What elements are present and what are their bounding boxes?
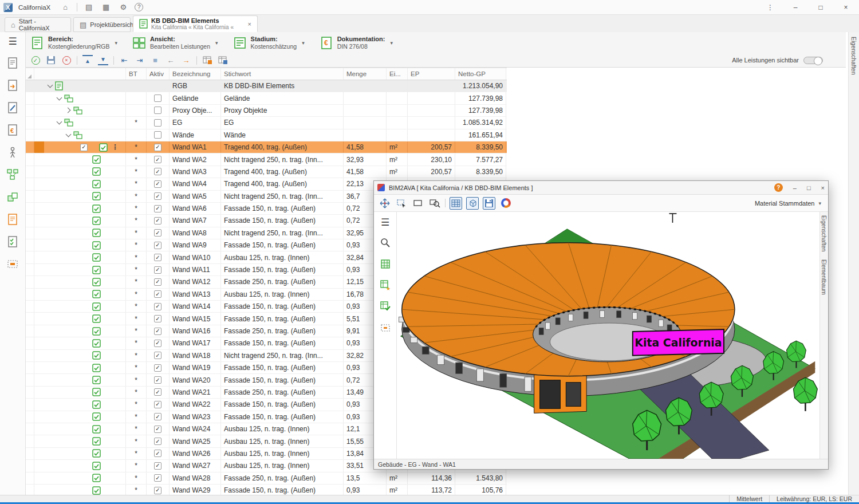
- tab-projektuebersicht[interactable]: ▤ Projektübersicht: [73, 17, 131, 32]
- overflow-menu-icon[interactable]: ⋮: [765, 3, 775, 11]
- outdent-button[interactable]: ⇤: [119, 55, 129, 65]
- zoom-window-button[interactable]: [428, 197, 441, 210]
- sidebar-report-icon[interactable]: [6, 212, 19, 226]
- rect-tool-button[interactable]: [412, 197, 424, 210]
- aktiv-checkbox[interactable]: [154, 450, 161, 457]
- chevron-down-icon[interactable]: ▾: [115, 40, 117, 46]
- bim-viewport[interactable]: Kita California: [397, 212, 819, 459]
- bim-help-icon[interactable]: ?: [774, 183, 783, 192]
- aktiv-checkbox[interactable]: [154, 168, 161, 175]
- sidebar-measure-icon[interactable]: [6, 101, 19, 115]
- bim-minimize-button[interactable]: –: [793, 184, 797, 191]
- material-stammdaten-label[interactable]: Material Stammdaten: [755, 200, 815, 207]
- aktiv-checkbox[interactable]: [154, 229, 161, 237]
- bim-building-star-icon[interactable]: ★: [379, 278, 392, 292]
- aktiv-checkbox[interactable]: [154, 217, 161, 225]
- row-menu-icon[interactable]: ⋮: [112, 143, 119, 151]
- table-row[interactable]: Proxy Obje...Proxy Objekte127.739,98: [26, 105, 507, 117]
- bim-hamburger-menu-icon[interactable]: ☰: [381, 216, 389, 229]
- move-top-button[interactable]: ▲: [82, 55, 93, 65]
- bim-building-check-icon[interactable]: [379, 300, 392, 313]
- aktiv-checkbox[interactable]: [154, 474, 161, 482]
- chevron-down-icon[interactable]: ▾: [818, 200, 821, 206]
- aktiv-checkbox[interactable]: [154, 119, 161, 127]
- bim-save-button[interactable]: [483, 197, 495, 210]
- pan-tool-button[interactable]: [379, 197, 391, 210]
- ribbon-ansicht[interactable]: Ansicht:Bearbeiten Leistungen ▾: [132, 36, 218, 50]
- settings-gear-icon[interactable]: ⚙: [117, 3, 129, 11]
- table-row[interactable]: *EGEG1.085.314,92: [26, 117, 507, 129]
- aktiv-checkbox[interactable]: [154, 192, 161, 200]
- column-header-einheit[interactable]: Ei...: [387, 68, 408, 80]
- aktiv-checkbox[interactable]: [154, 303, 161, 310]
- tab-close-icon[interactable]: ×: [248, 21, 251, 27]
- table-row[interactable]: WändeWände161.651,94: [26, 129, 507, 141]
- help-icon[interactable]: ?: [135, 3, 143, 11]
- sidebar-export-icon[interactable]: [6, 78, 19, 92]
- column-header-aktiv[interactable]: Aktiv: [147, 68, 170, 80]
- column-header-netto-gp[interactable]: Netto-GP: [455, 68, 506, 80]
- aktiv-checkbox[interactable]: [154, 352, 161, 359]
- aktiv-checkbox[interactable]: [154, 266, 161, 274]
- table-link-button[interactable]: [218, 55, 228, 65]
- panel-icon[interactable]: ▤: [83, 3, 94, 11]
- ribbon-bereich[interactable]: Bereich:Kostengliederung/RGB ▾: [30, 36, 117, 50]
- forward-button[interactable]: →: [181, 55, 191, 65]
- bim2ava-window[interactable]: BIM2AVA [ Kita California / KB DBD-BIM E…: [373, 180, 829, 470]
- table-sync-button[interactable]: [202, 55, 212, 65]
- aktiv-checkbox[interactable]: [154, 413, 161, 420]
- bim-3d-view[interactable]: Kita California: [397, 212, 819, 459]
- aktiv-checkbox[interactable]: [154, 254, 161, 261]
- expander-open-icon[interactable]: [64, 134, 72, 136]
- table-row[interactable]: GeländeGelände127.739,98: [26, 92, 507, 104]
- collapse-all-button[interactable]: ≡: [150, 55, 160, 65]
- sidebar-structure-icon[interactable]: [6, 168, 19, 182]
- ribbon-stadium[interactable]: Stadium:Kostenschätzung ▾: [233, 36, 305, 50]
- properties-side-strip[interactable]: Eigenschaften: [848, 32, 859, 495]
- move-bottom-button[interactable]: ▼: [98, 55, 108, 65]
- aktiv-checkbox[interactable]: [154, 156, 161, 163]
- sidebar-trades-icon[interactable]: [6, 145, 19, 159]
- aktiv-checkbox[interactable]: [154, 388, 161, 396]
- dbd-logo-icon[interactable]: [499, 197, 512, 210]
- indent-button[interactable]: ⇥: [135, 55, 145, 65]
- hamburger-menu-icon[interactable]: ☰: [8, 36, 17, 48]
- filter-triangle-icon[interactable]: [27, 74, 31, 78]
- expander-open-icon[interactable]: [55, 97, 63, 100]
- chevron-down-icon[interactable]: ▾: [215, 40, 218, 46]
- bim-layout-icon[interactable]: [379, 321, 392, 334]
- sidebar-lv-icon[interactable]: [6, 56, 19, 70]
- aktiv-checkbox[interactable]: [154, 487, 161, 494]
- expander-open-icon[interactable]: [55, 121, 63, 124]
- aktiv-checkbox[interactable]: [154, 401, 161, 408]
- bim-building-icon[interactable]: [379, 257, 392, 271]
- bim-window-titlebar[interactable]: BIM2AVA [ Kita California / KB DBD-BIM E…: [374, 181, 828, 195]
- home-icon[interactable]: ⌂: [60, 3, 71, 11]
- apply-button[interactable]: ✓: [30, 55, 41, 65]
- table-row[interactable]: *Wand WA3Tragend 400, trag. (Außen)41,58…: [26, 166, 507, 178]
- aktiv-checkbox[interactable]: [154, 180, 161, 188]
- column-header-bezeichnung[interactable]: Bezeichnung: [170, 68, 221, 80]
- table-row[interactable]: *Wand WA28Fassade 250, n. trag. (Außen)1…: [26, 472, 507, 485]
- minimize-button[interactable]: –: [790, 3, 801, 11]
- bim-maximize-button[interactable]: □: [807, 184, 811, 191]
- chevron-down-icon[interactable]: ▾: [302, 40, 305, 46]
- expander-open-icon[interactable]: [46, 85, 54, 87]
- sidebar-audit-icon[interactable]: [6, 235, 19, 249]
- aktiv-checkbox[interactable]: [154, 131, 161, 139]
- bim-close-button[interactable]: ×: [821, 184, 825, 191]
- aktiv-checkbox[interactable]: [154, 328, 161, 335]
- chevron-down-icon[interactable]: ▾: [390, 40, 393, 46]
- cancel-button[interactable]: ×: [61, 55, 72, 65]
- back-button[interactable]: ←: [166, 55, 176, 65]
- maximize-button[interactable]: □: [815, 3, 826, 11]
- sidebar-layout-icon[interactable]: [6, 257, 19, 271]
- tab-kb-dbd-bim-elements[interactable]: KB DBD-BIM Elements Kita California « Ki…: [133, 15, 258, 32]
- model-view-button[interactable]: [466, 197, 479, 210]
- aktiv-checkbox[interactable]: [154, 462, 161, 470]
- aktiv-checkbox[interactable]: [154, 290, 161, 298]
- sidebar-bim-elements-icon[interactable]: [6, 190, 19, 204]
- column-header-bt[interactable]: BT: [126, 68, 147, 80]
- aktiv-checkbox[interactable]: [154, 242, 161, 249]
- save-button[interactable]: [46, 55, 56, 65]
